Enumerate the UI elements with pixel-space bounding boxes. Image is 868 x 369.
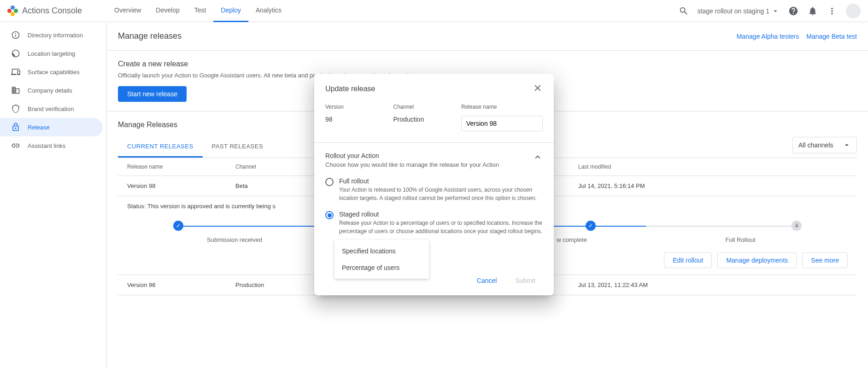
label-channel: Channel (393, 104, 462, 110)
modal-col-release-name: Release name (461, 104, 543, 131)
dropdown-option-percentage[interactable]: Percentage of users (334, 259, 429, 276)
modal-scrim[interactable]: Update release Version 98 Channel Produc… (0, 0, 868, 369)
rollout-radio-group: Full rollout Your Action is released to … (314, 170, 554, 235)
rollout-section-header[interactable]: Rollout your Action Choose how you would… (314, 143, 554, 170)
label-release-name: Release name (461, 104, 543, 110)
chevron-up-icon (533, 152, 543, 162)
value-channel: Production (393, 116, 462, 123)
dropdown-option-locations[interactable]: Specified locations (334, 243, 429, 259)
radio-label: Full rollout (339, 177, 543, 185)
value-version: 98 (325, 116, 393, 123)
modal-col-channel: Channel Production (393, 104, 462, 131)
cancel-button[interactable]: Cancel (469, 273, 504, 288)
modal-header: Update release (314, 74, 554, 100)
radio-icon (325, 178, 334, 186)
submit-button[interactable]: Submit (508, 273, 543, 288)
radio-label: Staged rollout (339, 211, 543, 218)
rollout-subtitle: Choose how you would like to manage the … (325, 161, 533, 168)
modal-col-version: Version 98 (325, 104, 393, 131)
update-release-modal: Update release Version 98 Channel Produc… (314, 74, 554, 295)
modal-info-grid: Version 98 Channel Production Release na… (314, 100, 554, 143)
staged-rollout-dropdown: Specified locations Percentage of users (334, 240, 429, 279)
label-version: Version (325, 104, 393, 110)
radio-staged-rollout[interactable]: Staged rollout Release your Action to a … (325, 211, 543, 235)
rollout-title: Rollout your Action (325, 152, 533, 159)
modal-title: Update release (325, 85, 375, 93)
close-icon[interactable] (533, 83, 543, 94)
radio-full-rollout[interactable]: Full rollout Your Action is released to … (325, 177, 543, 202)
radio-icon (325, 211, 334, 219)
radio-desc: Your Action is released to 100% of Googl… (339, 186, 543, 202)
release-name-input[interactable] (461, 116, 543, 131)
radio-desc: Release your Action to a percentage of u… (339, 219, 543, 235)
